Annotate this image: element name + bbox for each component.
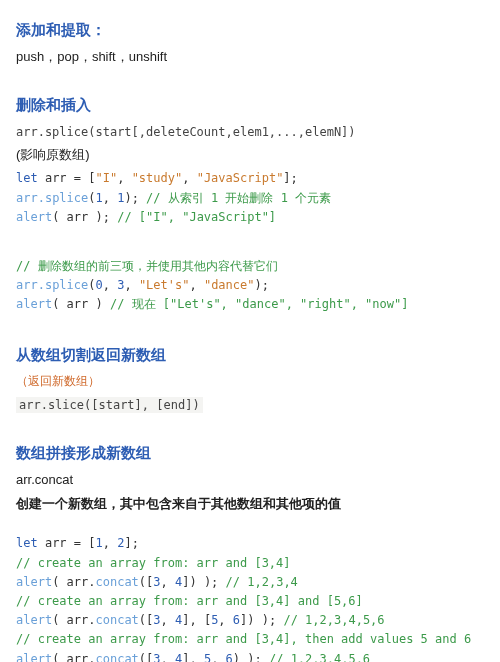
concat-subtitle: arr.concat bbox=[16, 470, 484, 490]
code-splice-2: // 删除数组的前三项，并使用其他内容代替它们 arr.splice(0, 3,… bbox=[16, 257, 484, 315]
slice-note: （返回新数组） bbox=[16, 372, 484, 391]
heading-slice: 从数组切割返回新数组 bbox=[16, 343, 484, 366]
splice-signature: arr.splice(start[,deleteCount,elem1,...,… bbox=[16, 123, 484, 142]
heading-concat: 数组拼接形成新数组 bbox=[16, 441, 484, 464]
splice-note: (影响原数组) bbox=[16, 145, 484, 165]
slice-signature: arr.slice([start], [end]) bbox=[16, 396, 484, 415]
heading-splice: 删除和插入 bbox=[16, 93, 484, 116]
concat-desc: 创建一个新数组，其中包含来自于其他数组和其他项的值 bbox=[16, 494, 484, 514]
code-concat: let arr = [1, 2]; // create an array fro… bbox=[16, 534, 484, 662]
code-splice-1: let arr = ["I", "study", "JavaScript"]; … bbox=[16, 169, 484, 227]
heading-add-remove: 添加和提取： bbox=[16, 18, 484, 41]
push-pop-text: push，pop，shift，unshift bbox=[16, 47, 484, 67]
